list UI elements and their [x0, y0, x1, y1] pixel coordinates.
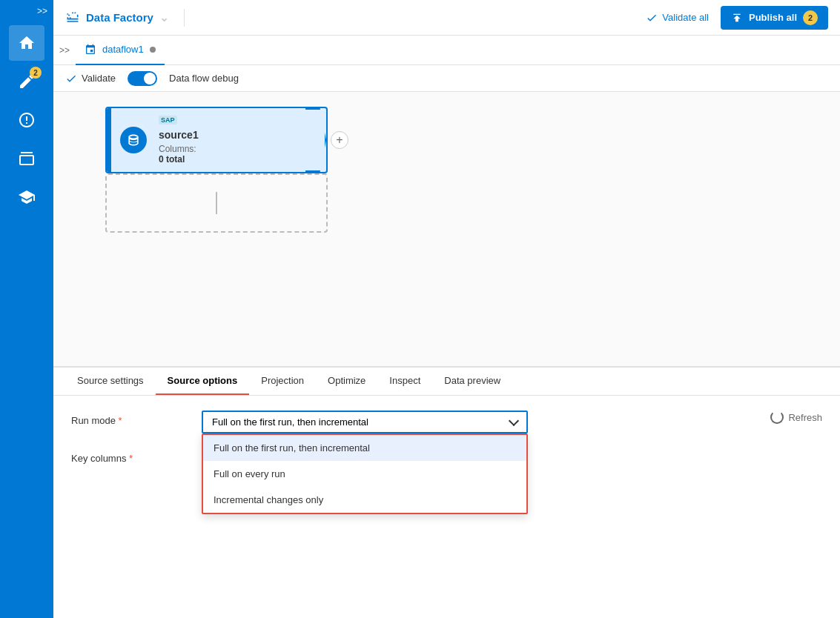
tab-dataflow1[interactable]: dataflow1	[76, 36, 165, 65]
checkmark-icon	[646, 12, 658, 24]
debug-toggle[interactable]	[128, 71, 157, 86]
inspect-label: Inspect	[389, 375, 420, 386]
key-columns-text: Key columns	[71, 453, 126, 464]
columns-label: Columns:	[159, 144, 196, 154]
topbar-actions: Validate all Publish all 2	[646, 6, 828, 30]
validate-label: Validate all	[662, 12, 709, 23]
publish-badge: 2	[803, 10, 818, 25]
node-icon	[120, 127, 147, 153]
sidebar-item-home[interactable]	[9, 25, 44, 61]
unsaved-indicator	[150, 47, 156, 53]
tab-data-preview[interactable]: Data preview	[432, 368, 512, 395]
learn-icon	[18, 188, 36, 206]
manage-icon	[18, 150, 36, 167]
bottom-panel: Source settings Source options Projectio…	[53, 366, 840, 618]
sidebar-item-learn[interactable]	[9, 179, 44, 215]
run-mode-required: *	[119, 415, 122, 426]
sidebar-item-monitor[interactable]	[9, 102, 44, 138]
optimize-label: Optimize	[328, 375, 366, 386]
validate-button[interactable]: Validate	[65, 73, 116, 84]
debug-label: Data flow debug	[169, 73, 239, 84]
sidebar-item-author[interactable]: 2	[9, 64, 44, 99]
topbar-divider	[184, 9, 185, 27]
publish-all-button[interactable]: Publish all 2	[721, 6, 828, 30]
validate-canvas-label: Validate	[82, 73, 116, 84]
canvas-toolbar: Validate Data flow debug	[53, 65, 840, 92]
run-mode-select-container: Full on the first run, then incremental …	[202, 411, 528, 433]
node-arrow	[305, 108, 326, 172]
option-2-label: Full on every run	[214, 468, 285, 479]
run-mode-dropdown[interactable]: Full on the first run, then incremental	[202, 411, 528, 433]
validate-all-button[interactable]: Validate all	[646, 12, 709, 24]
node-meta: Columns: 0 total	[159, 144, 199, 165]
tab-source-settings[interactable]: Source settings	[65, 368, 156, 395]
refresh-icon	[770, 411, 784, 424]
publish-icon	[731, 12, 743, 24]
tab-source-options[interactable]: Source options	[156, 368, 250, 395]
expand-icon[interactable]: >>	[37, 6, 47, 16]
validate-icon	[65, 73, 77, 84]
topbar: Data Factory ⌄ Validate all Publish all …	[53, 0, 840, 36]
plus-label: +	[336, 133, 343, 147]
run-mode-selected-value: Full on the first run, then incremental	[212, 416, 368, 428]
tab-inspect[interactable]: Inspect	[377, 368, 432, 395]
run-mode-row: Run mode * Full on the first run, then i…	[71, 411, 822, 433]
refresh-button[interactable]: Refresh	[770, 411, 822, 424]
source-settings-label: Source settings	[77, 375, 144, 386]
sidebar-item-manage[interactable]	[9, 141, 44, 176]
sap-label: SAP	[159, 116, 177, 124]
projection-label: Projection	[261, 375, 304, 386]
tabbar: >> dataflow1	[53, 36, 840, 65]
run-mode-dropdown-menu: Full on the first run, then incremental …	[202, 433, 528, 514]
run-mode-label: Run mode *	[71, 411, 190, 426]
option-3-label: Incremental changes only	[214, 494, 323, 505]
refresh-label: Refresh	[788, 412, 822, 423]
brand[interactable]: Data Factory ⌄	[65, 10, 169, 25]
source-node[interactable]: SAP source1 Columns: 0 total +	[105, 107, 328, 173]
option-1-label: Full on the first run, then incremental	[214, 442, 370, 453]
node-title: source1	[159, 129, 199, 141]
sidebar-expand[interactable]: >>	[0, 6, 53, 16]
tab-optimize[interactable]: Optimize	[316, 368, 377, 395]
panel-content: Run mode * Full on the first run, then i…	[53, 396, 840, 618]
monitor-icon	[18, 111, 36, 129]
panel-tabs: Source settings Source options Projectio…	[53, 368, 840, 396]
dropdown-item-3[interactable]: Incremental changes only	[203, 487, 526, 513]
run-mode-text: Run mode	[71, 415, 116, 426]
tab-label: dataflow1	[102, 44, 144, 55]
dropdown-chevron	[509, 416, 519, 426]
database-icon	[126, 133, 141, 147]
source-options-label: Source options	[168, 375, 238, 386]
key-columns-required: *	[129, 453, 133, 464]
home-icon	[18, 34, 36, 52]
columns-value: 0 total	[159, 154, 185, 165]
canvas-area: SAP source1 Columns: 0 total +	[53, 92, 840, 366]
factory-icon	[65, 10, 80, 25]
node-text-content: SAP source1 Columns: 0 total	[159, 116, 199, 165]
main-content: Data Factory ⌄ Validate all Publish all …	[53, 0, 840, 618]
sidebar: >> 2	[0, 0, 53, 618]
publish-label: Publish all	[749, 12, 797, 23]
tabbar-expand[interactable]: >>	[59, 45, 70, 56]
placeholder-line	[216, 192, 217, 214]
tab-projection[interactable]: Projection	[249, 368, 316, 395]
dropdown-item-1[interactable]: Full on the first run, then incremental	[203, 435, 526, 461]
key-columns-label: Key columns *	[71, 448, 190, 464]
node-header: SAP	[159, 116, 199, 124]
placeholder-node	[105, 173, 328, 233]
data-preview-label: Data preview	[444, 375, 500, 386]
brand-label: Data Factory	[86, 11, 153, 24]
brand-chevron: ⌄	[159, 11, 169, 24]
dropdown-item-2[interactable]: Full on every run	[203, 461, 526, 487]
author-badge: 2	[30, 67, 42, 79]
add-node-button[interactable]: +	[331, 131, 348, 149]
dataflow-icon	[85, 44, 96, 56]
